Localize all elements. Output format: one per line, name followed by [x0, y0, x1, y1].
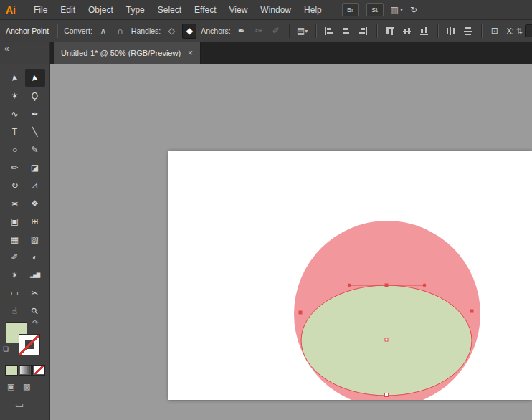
mesh-icon: ▦ [11, 234, 19, 244]
anchor-top[interactable] [385, 284, 389, 287]
scale-tool[interactable]: ⊿ [25, 176, 45, 194]
type-tool[interactable]: T [5, 123, 25, 140]
symbol-sprayer-tool[interactable]: ✴ [5, 266, 25, 284]
separator [57, 24, 57, 38]
handles-hide-button[interactable]: ◆ [182, 24, 196, 39]
handle-endpoint[interactable] [423, 284, 427, 287]
blend-icon: ◐ [32, 252, 37, 262]
artboard-tool[interactable]: ▭ [5, 284, 25, 302]
menu-effect[interactable]: Effect [188, 3, 222, 17]
eyedropper-tool[interactable]: ✐ [5, 248, 25, 266]
chevron-down-icon: ▾ [400, 6, 403, 13]
sync-button[interactable]: ↻ [410, 5, 417, 15]
line-segment-tool[interactable]: ╲ [25, 123, 45, 140]
free-transform-icon: ❖ [31, 199, 39, 209]
convert-smooth-button[interactable]: ∩ [114, 24, 127, 38]
screen-mode-button[interactable]: ▭ [15, 399, 24, 410]
gradient-tool[interactable]: ▧ [25, 230, 45, 248]
distribute-horizontal-icon [446, 27, 455, 36]
handles-hide-icon: ◆ [186, 26, 193, 36]
paintbrush-tool[interactable]: ✎ [25, 140, 45, 158]
align-bottom-button[interactable] [418, 24, 431, 38]
line-segment-icon: ╲ [32, 127, 37, 137]
rotate-icon: ↻ [11, 181, 18, 191]
style-button[interactable]: St [366, 3, 384, 16]
zoom-tool[interactable]: ⚲ [25, 302, 45, 320]
close-icon[interactable]: × [188, 48, 193, 58]
convert-corner-button[interactable]: ∧ [97, 24, 110, 38]
align-right-button[interactable] [357, 24, 370, 38]
tool-panel: ➤ ➤ ✶ Ϙ ∿ ✒ T ╲ ○ ✎ ✏ ◪ ↻ ⊿ ≍ ❖ ▣ ⊞ ▦ ▧ … [0, 64, 50, 420]
anchor-connect-button[interactable]: ✐ [270, 24, 282, 38]
anchor-bottom[interactable] [385, 393, 389, 397]
document-setup-button[interactable]: ▤ ▾ [296, 24, 309, 38]
align-middle-button[interactable] [401, 24, 414, 38]
hand-tool[interactable]: ☝ [5, 302, 25, 320]
ellipse-icon: ○ [12, 145, 17, 155]
menu-help[interactable]: Help [298, 3, 328, 17]
anchor-delete-icon: ✑ [255, 26, 262, 36]
canvas[interactable] [50, 64, 532, 420]
handles-show-button[interactable]: ◇ [165, 24, 178, 38]
slice-tool[interactable]: ✂ [25, 284, 45, 302]
x-stepper[interactable]: ⇅ [516, 27, 523, 36]
default-fill-stroke-icon[interactable]: ❏ [3, 345, 9, 353]
x-value-input[interactable]: 634 px [525, 24, 532, 37]
menu-file[interactable]: File [27, 3, 54, 17]
document-tab[interactable]: Untitled-1* @ 50% (RGB/Preview) × [54, 42, 201, 64]
shape-builder-icon: ▣ [11, 216, 19, 226]
menu-edit[interactable]: Edit [54, 3, 82, 17]
artboard[interactable] [168, 151, 532, 400]
stroke-swatch[interactable] [19, 334, 40, 355]
distribute-horizontal-button[interactable] [445, 24, 457, 38]
menu-select[interactable]: Select [151, 3, 188, 17]
align-center-icon [341, 27, 351, 36]
menu-view[interactable]: View [223, 3, 255, 17]
anchors-label: Anchors: [201, 27, 230, 35]
direct-selection-tool[interactable]: ➤ [25, 69, 45, 87]
lasso-tool[interactable]: Ϙ [25, 87, 45, 105]
none-button[interactable] [32, 365, 45, 376]
anchor-right[interactable] [470, 310, 474, 313]
curvature-tool[interactable]: ∿ [5, 105, 25, 123]
reference-point-button[interactable]: ⊡ [488, 24, 501, 38]
pen-tool[interactable]: ✒ [25, 105, 45, 123]
draw-normal-button[interactable]: ▣ [7, 382, 14, 391]
handle-endpoint[interactable] [348, 284, 351, 287]
distribute-vertical-button[interactable] [462, 24, 475, 38]
eraser-tool[interactable]: ◪ [25, 158, 45, 176]
magic-wand-tool[interactable]: ✶ [5, 87, 25, 105]
width-tool[interactable]: ≍ [5, 194, 25, 212]
workspace-switcher-button[interactable]: ▥ ▾ [391, 5, 403, 15]
gradient-button[interactable] [19, 365, 32, 376]
mesh-tool[interactable]: ▦ [5, 230, 25, 248]
color-button[interactable] [5, 365, 18, 376]
rotate-tool[interactable]: ↻ [5, 176, 25, 194]
menu-object[interactable]: Object [82, 3, 120, 17]
anchor-cut-button[interactable]: ✒ [235, 24, 248, 38]
selection-tool[interactable]: ➤ [5, 69, 25, 87]
convert-smooth-icon: ∩ [118, 26, 124, 36]
anchor-left[interactable] [299, 311, 303, 315]
shape-builder-tool[interactable]: ▣ [5, 212, 25, 230]
menu-window[interactable]: Window [254, 3, 298, 17]
collapse-panel-button[interactable]: « [4, 44, 9, 54]
bridge-button[interactable]: Br [342, 3, 359, 16]
swap-fill-stroke-icon[interactable]: ↷ [32, 319, 38, 327]
menu-type[interactable]: Type [120, 3, 151, 17]
chevron-down-icon: ▾ [305, 28, 308, 34]
blend-tool[interactable]: ◐ [25, 248, 45, 266]
perspective-grid-tool[interactable]: ⊞ [25, 212, 45, 230]
free-transform-tool[interactable]: ❖ [25, 194, 45, 212]
control-bar: Anchor Point Convert: ∧ ∩ Handles: ◇ ◆ A… [0, 20, 532, 42]
pencil-tool[interactable]: ✏ [5, 158, 25, 176]
center-point-marker [385, 338, 388, 341]
anchor-connect-icon: ✐ [272, 26, 280, 36]
ellipse-tool[interactable]: ○ [5, 140, 25, 158]
column-graph-tool[interactable]: ▂▅▇ [25, 266, 45, 284]
draw-behind-button[interactable]: ▩ [23, 382, 30, 391]
align-center-button[interactable] [340, 24, 353, 38]
align-left-button[interactable] [323, 24, 336, 38]
align-top-button[interactable] [384, 24, 396, 38]
anchor-delete-button[interactable]: ✑ [252, 24, 265, 38]
